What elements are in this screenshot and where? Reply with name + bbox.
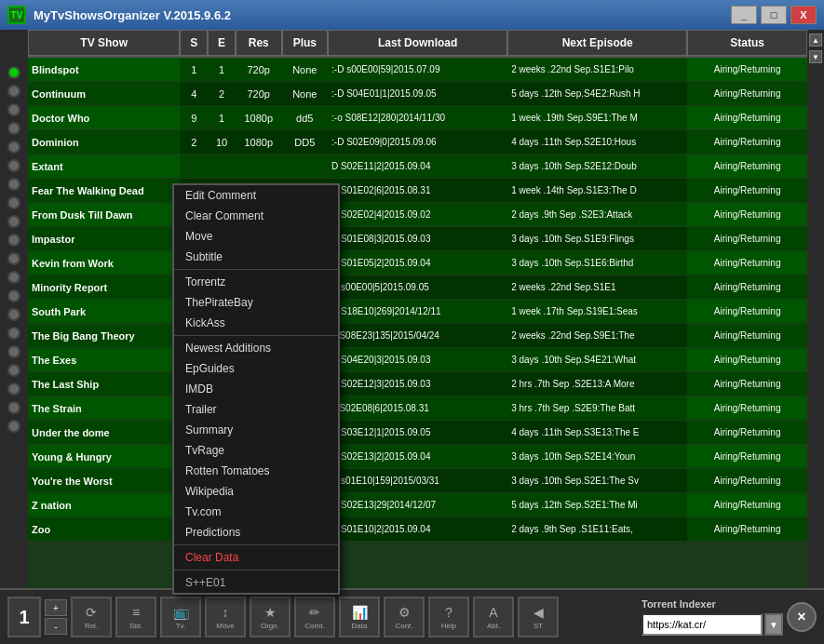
context-menu-item[interactable]: EpGuides — [174, 358, 338, 379]
context-menu-item[interactable]: Trailer — [174, 399, 338, 420]
sidebar-dot[interactable] — [7, 327, 20, 340]
page-down-button[interactable]: - — [45, 618, 67, 635]
right-btn-bottom[interactable]: ▼ — [809, 50, 822, 63]
table-row[interactable]: Young & Hungry D S02E13|2|2015.09.04 3 d… — [28, 445, 807, 469]
minimize-button[interactable]: _ — [731, 6, 757, 24]
sidebar-dot[interactable] — [7, 122, 20, 135]
table-row[interactable]: Dominion 2 10 1080p DD5 :-D S02E09|0|201… — [28, 130, 807, 154]
toolbar-button[interactable]: ★Orgn. — [250, 597, 290, 637]
context-menu-item[interactable]: IMDB — [174, 379, 338, 399]
sidebar-dot[interactable] — [7, 420, 20, 433]
sidebar-dot[interactable] — [7, 196, 20, 209]
toolbar-button[interactable]: ↕Move — [205, 597, 246, 637]
context-menu-item[interactable]: ThePirateBay — [174, 292, 338, 313]
context-menu-item[interactable]: TvRage — [174, 440, 338, 461]
context-menu-separator — [174, 335, 338, 336]
torrent-dropdown-button[interactable]: ▼ — [764, 613, 783, 636]
table-row[interactable]: Continuum 4 2 720p None :-D S04E01|1|201… — [28, 82, 807, 106]
torrent-url-input[interactable] — [642, 613, 763, 636]
table-row[interactable]: The Exes D S04E20|3|2015.09.03 3 days .1… — [28, 348, 807, 372]
context-menu-item[interactable]: Predictions — [174, 522, 338, 543]
td-show-name: Extant — [28, 154, 180, 178]
context-menu-item[interactable]: S++E01 — [174, 572, 338, 593]
table-row[interactable]: The Last Ship D S02E12|3|2015.09.03 2 hr… — [28, 372, 807, 396]
table-row[interactable]: Under the dome D S03E12|1|2015.09.05 4 d… — [28, 421, 807, 445]
context-menu-item[interactable]: Wikipedia — [174, 481, 338, 502]
toolbar-button[interactable]: ⚙Conf. — [384, 597, 425, 637]
table-row[interactable]: You're the Worst D s01E10|159|2015/03/31… — [28, 469, 807, 493]
table-row[interactable]: The Big Bang Theory o S08E23|135|2015/04… — [28, 324, 807, 348]
table-row[interactable]: Extant D S02E11|2|2015.09.04 3 days .10t… — [28, 154, 807, 179]
sidebar-dot[interactable] — [7, 289, 20, 302]
sidebar-dot[interactable] — [7, 401, 20, 414]
sidebar-dot[interactable] — [7, 308, 20, 321]
sidebar-dot[interactable] — [7, 271, 20, 284]
page-up-button[interactable]: + — [45, 599, 67, 616]
table-row[interactable]: Doctor Who 9 1 1080p dd5 :-o S08E12|280|… — [28, 106, 807, 130]
td-last-download: D S01E10|2|2015.09.04 — [328, 517, 507, 541]
close-toolbar-button[interactable]: × — [787, 602, 817, 632]
context-menu-item[interactable]: Subtitle — [174, 247, 338, 267]
toolbar-button[interactable]: ≡Sbt. — [115, 597, 156, 637]
context-menu-item[interactable]: KickAss — [174, 313, 338, 333]
td-show-name: You're the Worst — [28, 469, 180, 492]
sidebar-dot[interactable] — [7, 85, 20, 98]
table-row[interactable]: Kevin from Work D S01E05|2|2015.09.04 3 … — [28, 251, 807, 275]
sidebar-dot[interactable] — [7, 141, 20, 154]
table-row[interactable]: Z nation D S02E13|29|2014/12/07 5 days .… — [28, 493, 807, 517]
sidebar-dot[interactable] — [7, 252, 20, 265]
toolbar-button[interactable]: 📊Data — [339, 597, 380, 637]
context-menu-item[interactable]: Clear Comment — [174, 206, 338, 226]
sidebar-dot[interactable] — [7, 382, 20, 396]
td-plus: dd5 — [282, 106, 329, 129]
table-row[interactable]: From Dusk Till Dawn D S02E02|4|2015.09.0… — [28, 203, 807, 227]
torrent-indexer: Torrent Indexer ▼ — [642, 598, 783, 636]
close-button[interactable]: X — [790, 6, 817, 24]
th-res[interactable]: Res — [236, 30, 282, 56]
sidebar-dot[interactable] — [7, 103, 20, 116]
context-menu-item[interactable]: Torrentz — [174, 272, 338, 292]
context-menu-item[interactable]: Tv.com — [174, 502, 338, 522]
context-menu-item[interactable]: Edit Comment — [174, 185, 338, 206]
th-tvshow[interactable]: TV Show — [28, 30, 180, 56]
context-menu-item[interactable]: Summary — [174, 420, 338, 440]
sidebar-dot[interactable] — [7, 234, 20, 247]
context-menu-item[interactable]: Rotten Tomatoes — [174, 461, 338, 481]
table-row[interactable]: Blindspot 1 1 720p None :-D s00E00|59|20… — [28, 58, 807, 82]
th-next[interactable]: Next Episode — [507, 30, 687, 56]
th-status[interactable]: Status — [687, 30, 807, 56]
toolbar-button[interactable]: ?Help — [428, 597, 469, 637]
table-row[interactable]: Zoo D S01E10|2|2015.09.04 2 days .9th Se… — [28, 517, 807, 542]
table-row[interactable]: The Strain o S02E08|6|2015.08.31 3 hrs .… — [28, 396, 807, 421]
td-show-name: South Park — [28, 300, 180, 323]
sidebar-dot[interactable] — [7, 345, 20, 358]
toolbar-button[interactable]: ◀ST — [518, 597, 559, 637]
toolbar-button[interactable]: 📺Tv. — [160, 597, 201, 637]
window-controls: _ □ X — [731, 6, 817, 24]
context-menu-item[interactable]: Clear Data — [174, 547, 338, 568]
th-plus[interactable]: Plus — [282, 30, 329, 56]
sidebar-dot[interactable] — [7, 178, 20, 191]
context-menu-item[interactable]: Newest Additions — [174, 338, 338, 358]
th-s[interactable]: S — [180, 30, 208, 56]
table-row[interactable]: Fear The Walking Dead D S01E02|6|2015.08… — [28, 179, 807, 203]
context-menu-item[interactable]: Move — [174, 226, 338, 247]
left-sidebar — [0, 30, 28, 588]
sidebar-dot[interactable] — [7, 159, 20, 172]
th-e[interactable]: E — [208, 30, 236, 56]
sidebar-dot[interactable] — [7, 66, 20, 79]
table-row[interactable]: Impastor D S01E08|3|2015.09.03 3 days .1… — [28, 227, 807, 251]
sidebar-dot[interactable] — [7, 364, 20, 377]
th-last[interactable]: Last Download — [328, 30, 507, 56]
td-last-download: D S01E05|2|2015.09.04 — [328, 251, 507, 275]
table-row[interactable]: South Park D S18E10|269|2014/12/11 1 wee… — [28, 300, 807, 324]
toolbar-button[interactable]: ⟳Rel. — [71, 597, 112, 637]
sidebar-dot[interactable] — [7, 215, 20, 228]
td-resolution: 1080p — [236, 106, 282, 129]
toolbar-button[interactable]: AAbt. — [473, 597, 514, 637]
maximize-button[interactable]: □ — [761, 6, 787, 24]
toolbar-button[interactable]: ✏Comt. — [294, 597, 335, 637]
right-btn-top[interactable]: ▲ — [809, 34, 822, 47]
table-row[interactable]: Minority Report D s00E00|5|2015.09.05 2 … — [28, 275, 807, 300]
td-last-download: D S02E13|2|2015.09.04 — [328, 445, 507, 468]
